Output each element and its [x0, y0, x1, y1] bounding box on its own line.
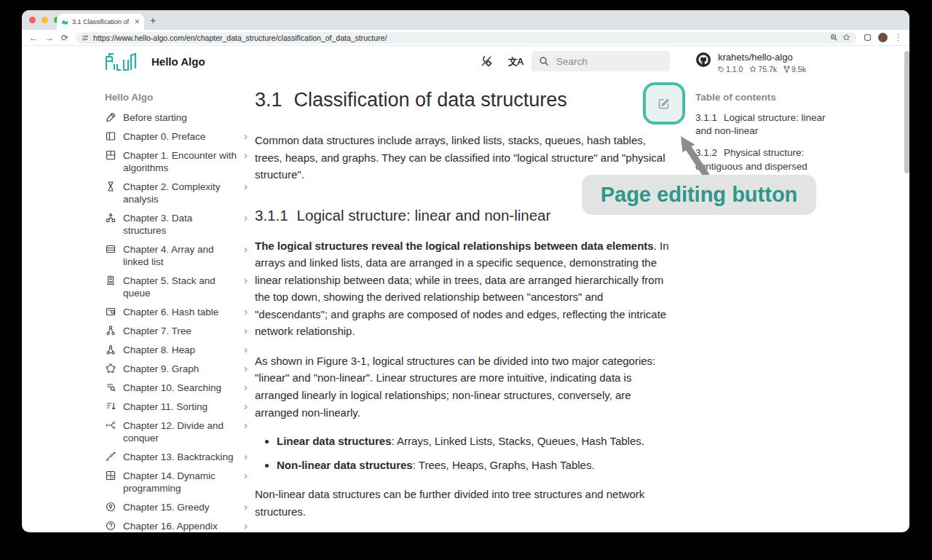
repo-name[interactable]: krahets/hello-algo — [718, 52, 806, 63]
rocket-icon — [105, 111, 116, 123]
sidebar-item-chapter-11[interactable]: Chapter 11. Sorting — [105, 401, 248, 413]
browser-window: 3.1 Classification of data stru ← → ⟳ ht… — [22, 10, 909, 532]
search-box[interactable] — [532, 51, 670, 71]
chevron-right-icon[interactable] — [244, 382, 248, 393]
repo-version: 1.1.0 — [726, 65, 743, 74]
chevron-right-icon[interactable] — [244, 401, 248, 411]
list-item: Non-linear data structures: Trees, Heaps… — [277, 457, 676, 474]
site-title[interactable]: Hello Algo — [151, 55, 205, 68]
browser-tab[interactable]: 3.1 Classification of data stru — [57, 14, 144, 30]
chevron-right-icon[interactable] — [244, 306, 248, 317]
sidebar-item-chapter-9[interactable]: Chapter 9. Graph — [105, 363, 248, 375]
fork-icon — [783, 66, 790, 73]
profile-avatar[interactable] — [878, 33, 888, 42]
bookmark-star-icon[interactable] — [842, 33, 850, 42]
hourglass-icon — [105, 181, 116, 192]
site-header: Hello Algo krahets/hello-algo 1.1.0 75.7… — [22, 47, 909, 77]
sidebar-item-chapter-5[interactable]: Chapter 5. Stack and queue — [105, 275, 248, 299]
sidebar-item-chapter-4[interactable]: Chapter 4. Array and linked list — [105, 243, 248, 268]
sidebar-item-chapter-1[interactable]: Chapter 1. Encounter with algorithms — [105, 149, 248, 174]
edit-page-icon — [656, 95, 672, 111]
tab-strip: 3.1 Classification of data stru — [22, 10, 909, 30]
table-icon — [105, 243, 116, 255]
chevron-right-icon[interactable] — [244, 501, 248, 512]
zoom-icon[interactable] — [830, 33, 838, 42]
heap-icon — [105, 344, 116, 355]
question-icon — [105, 520, 116, 532]
sidebar-item-chapter-6[interactable]: Chapter 6. Hash table — [105, 306, 248, 318]
star-icon — [749, 66, 757, 73]
backtrack-icon — [105, 451, 116, 462]
chevron-right-icon[interactable] — [244, 130, 248, 141]
sidebar-item-chapter-3[interactable]: Chapter 3. Data structures — [105, 212, 248, 237]
sidebar-item-chapter-7[interactable]: Chapter 7. Tree — [105, 325, 248, 337]
repo-stars: 75.7k — [758, 65, 777, 74]
book-icon — [105, 130, 116, 142]
url-text[interactable]: https://www.hello-algo.com/en/chapter_da… — [93, 33, 826, 42]
chevron-right-icon[interactable] — [244, 520, 248, 531]
chevron-right-icon[interactable] — [244, 451, 248, 462]
paragraph: The logical structures reveal the logica… — [255, 237, 676, 340]
reload-icon[interactable]: ⟳ — [61, 33, 68, 42]
graph-icon — [105, 363, 116, 374]
github-repo-link[interactable]: krahets/hello-algo 1.1.0 75.7k 9.5k — [695, 52, 806, 74]
forward-icon[interactable]: → — [45, 33, 54, 42]
sidebar-item-chapter-14[interactable]: Chapter 14. Dynamic programming — [105, 470, 248, 494]
paragraph: Non-linear data structures can be furthe… — [255, 486, 676, 520]
chevron-right-icon[interactable] — [244, 363, 248, 374]
chevron-right-icon[interactable] — [244, 212, 248, 223]
translate-icon[interactable] — [508, 55, 523, 68]
chevron-right-icon[interactable] — [244, 149, 248, 160]
theme-toggle-icon[interactable] — [479, 54, 494, 68]
stack-icon — [105, 275, 116, 286]
chevron-right-icon[interactable] — [244, 275, 248, 285]
sidebar-item-chapter-8[interactable]: Chapter 8. Heap — [105, 344, 248, 356]
extensions-icon[interactable] — [864, 33, 872, 42]
nodes-icon — [105, 212, 116, 224]
chevron-right-icon[interactable] — [244, 325, 248, 336]
tab-close-icon[interactable] — [134, 18, 140, 25]
paragraph: As shown in Figure 3-1, logical structur… — [255, 352, 676, 421]
sidebar-item-chapter-10[interactable]: Chapter 10. Searching — [105, 382, 248, 394]
sidebar-item-chapter-2[interactable]: Chapter 2. Complexity analysis — [105, 181, 248, 205]
chevron-right-icon[interactable] — [244, 419, 248, 430]
sidebar-item-before-starting[interactable]: Before starting — [105, 111, 248, 124]
edit-page-button[interactable] — [643, 82, 685, 125]
divide-icon — [105, 419, 116, 431]
chevron-right-icon[interactable] — [244, 243, 248, 254]
tag-icon — [718, 66, 724, 73]
site-settings-icon[interactable] — [82, 34, 89, 42]
sidebar-item-chapter-0[interactable]: Chapter 0. Preface — [105, 130, 248, 143]
chevron-right-icon[interactable] — [244, 181, 248, 192]
hash-search-icon — [105, 306, 116, 318]
sidebar-nav: Hello Algo Before starting Chapter 0. Pr… — [105, 92, 248, 532]
greedy-icon — [105, 501, 116, 513]
window-controls[interactable] — [29, 17, 60, 23]
hello-algo-logo[interactable] — [105, 51, 137, 73]
annotation-label: Page editing button — [601, 183, 798, 207]
page-title: 3.1Classification of data structures — [255, 89, 676, 111]
repo-forks: 9.5k — [791, 65, 806, 74]
chrome-actions — [864, 33, 902, 42]
sort-icon — [105, 401, 116, 412]
close-window-button[interactable] — [29, 17, 36, 23]
github-icon — [695, 52, 711, 68]
minimize-window-button[interactable] — [42, 17, 48, 23]
chevron-right-icon[interactable] — [244, 470, 248, 481]
sidebar-item-chapter-12[interactable]: Chapter 12. Divide and conquer — [105, 419, 248, 444]
new-tab-button[interactable] — [150, 15, 156, 26]
chevron-right-icon[interactable] — [244, 344, 248, 355]
image-grid-icon — [105, 149, 116, 161]
annotation-callout: Page editing button — [582, 175, 816, 215]
sidebar-item-chapter-16[interactable]: Chapter 16. Appendix — [105, 520, 248, 532]
list-item: Linear data structures: Arrays, Linked L… — [277, 433, 676, 450]
address-bar[interactable]: https://www.hello-algo.com/en/chapter_da… — [76, 32, 856, 44]
sidebar-item-chapter-15[interactable]: Chapter 15. Greedy — [105, 501, 248, 513]
repo-stats: 1.1.0 75.7k 9.5k — [718, 65, 806, 74]
search-input[interactable] — [555, 55, 649, 68]
page-scrollbar-thumb[interactable] — [904, 51, 909, 173]
browser-menu-icon[interactable] — [894, 33, 902, 42]
sidebar-item-chapter-13[interactable]: Chapter 13. Backtracking — [105, 451, 248, 463]
dp-grid-icon — [105, 470, 116, 481]
back-icon[interactable]: ← — [29, 33, 38, 42]
